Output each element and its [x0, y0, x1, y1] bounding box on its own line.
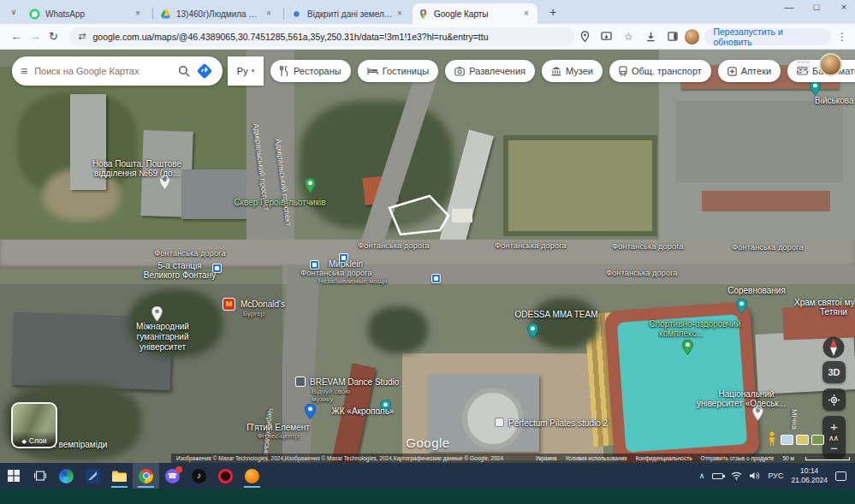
search-input[interactable]: [34, 66, 178, 76]
poi-label-university[interactable]: Міжнародний: [136, 322, 189, 331]
location-icon[interactable]: [574, 31, 595, 42]
wifi-icon[interactable]: [731, 471, 742, 480]
poi-label-skver[interactable]: Сквер Героїв-льотчиків: [234, 198, 325, 207]
map-canvas[interactable]: M Фонтанська дорога Фонтанська дорога Фо…: [0, 50, 855, 463]
poi-label-element[interactable]: П'ятий Елемент: [246, 423, 310, 432]
compass-control[interactable]: [822, 335, 846, 359]
side-panel-icon[interactable]: [662, 32, 683, 41]
mcdonalds-icon[interactable]: M: [223, 298, 235, 311]
site-info-icon[interactable]: ⇄: [78, 31, 86, 42]
tab-search-chevron-icon[interactable]: ∨: [5, 3, 22, 21]
chip-entertainment[interactable]: Развлечения: [445, 60, 535, 82]
poi-label-sorevnovaniya[interactable]: Соревнования: [727, 286, 786, 295]
poi-label-khram[interactable]: Тетяни: [820, 307, 847, 317]
maps-profile-avatar[interactable]: [819, 53, 842, 76]
chip-pharmacies[interactable]: Аптеки: [718, 60, 781, 82]
poi-label-mcdonalds[interactable]: McDonald's: [240, 299, 285, 309]
directions-icon[interactable]: [195, 62, 214, 80]
tray-expand-chevron-icon[interactable]: ∧: [699, 471, 705, 480]
translate-widget[interactable]: Ру ▾: [228, 56, 264, 86]
google-apps-grid-icon[interactable]: [796, 58, 809, 71]
attribution-link-terms[interactable]: Условия использования: [565, 455, 626, 461]
poi-label-brevam[interactable]: BREVAM Dance Studio: [310, 377, 399, 387]
poi-label-national-university[interactable]: Національний: [718, 389, 774, 399]
opera-app-icon[interactable]: [212, 463, 239, 489]
install-app-icon[interactable]: [597, 32, 617, 41]
poi-label-khram[interactable]: Храм святої му: [794, 298, 855, 307]
restart-update-button[interactable]: Перезапустить и обновить: [704, 28, 831, 45]
poi-label-akropol[interactable]: ЖК «Акрополь»: [332, 406, 395, 416]
tab-close-icon[interactable]: ×: [394, 8, 406, 20]
address-bar[interactable]: ⇄ google.com.ua/maps/@46.4389065,30.7451…: [69, 27, 574, 46]
file-explorer-icon[interactable]: [106, 463, 133, 489]
my-location-button[interactable]: [822, 388, 846, 411]
poi-label-sport-complex[interactable]: Спортивно-оздоровчий: [649, 319, 740, 329]
browser-profile-avatar[interactable]: [685, 29, 700, 44]
poi-label-station5[interactable]: 5-а станція: [157, 261, 201, 270]
tab-land-cadastre[interactable]: Відкриті дані земельного кад ×: [286, 3, 411, 24]
downloads-icon[interactable]: [640, 32, 661, 42]
action-center-icon[interactable]: [835, 471, 846, 481]
poi-label-sport-complex[interactable]: комплекс...: [659, 329, 704, 338]
imagery-thumbnails[interactable]: [781, 435, 824, 445]
forward-button[interactable]: →: [26, 30, 45, 43]
viber-app-icon[interactable]: ☎: [159, 463, 186, 489]
poi-pin-teal[interactable]: [810, 80, 821, 96]
park-pin[interactable]: [305, 178, 316, 193]
orange-app-icon[interactable]: [239, 463, 265, 489]
imagery-thumb[interactable]: [781, 435, 793, 445]
chip-restaurants[interactable]: Рестораны: [270, 60, 351, 82]
search-icon[interactable]: [178, 65, 190, 77]
poi-pin-teal[interactable]: [736, 299, 747, 314]
park-pin[interactable]: [682, 340, 693, 355]
navy-app-icon[interactable]: [80, 463, 106, 489]
poi-label-viyskova[interactable]: Військова: [815, 96, 854, 105]
attribution-link-privacy[interactable]: Конфиденциальность: [636, 455, 692, 461]
chip-hotels[interactable]: Гостиницы: [358, 60, 438, 82]
pegman-icon[interactable]: [767, 431, 777, 447]
window-maximize-button[interactable]: □: [810, 2, 822, 12]
chip-transit[interactable]: Общ. транспорт: [609, 60, 711, 82]
tab-google-maps-active[interactable]: Google Карты ×: [413, 3, 537, 24]
edge-app-icon[interactable]: [53, 463, 80, 489]
imagery-thumb[interactable]: [811, 435, 824, 445]
poi-label-nova-poshta[interactable]: відділення №69 (до...: [94, 169, 180, 178]
window-close-button[interactable]: ×: [838, 2, 850, 12]
browser-menu-icon[interactable]: ⋮: [836, 31, 848, 43]
battery-icon[interactable]: [712, 473, 723, 479]
tab-whatsapp[interactable]: WhatsApp ×: [24, 3, 149, 24]
3d-toggle-button[interactable]: 3D: [822, 361, 846, 383]
poi-label-nova-poshta[interactable]: Нова Пошта. Поштове: [92, 159, 181, 169]
poi-label-mirklein[interactable]: Мирklein: [329, 259, 363, 269]
volume-icon[interactable]: [750, 471, 760, 480]
poi-label-university[interactable]: університет: [140, 342, 186, 352]
transit-stop-icon[interactable]: [431, 274, 441, 283]
new-tab-button[interactable]: +: [544, 3, 561, 21]
chrome-app-icon[interactable]: [133, 463, 159, 489]
poi-label-university[interactable]: гуманітарний: [136, 332, 188, 341]
collapse-chevron-icon[interactable]: ∧∧: [828, 434, 838, 442]
attribution-link-feedback[interactable]: Отправить отзыв о продукте: [701, 455, 775, 461]
poi-label-perfectum[interactable]: Perfectum Pilates studio 2: [508, 418, 608, 428]
back-button[interactable]: ←: [7, 30, 26, 43]
caret-down-icon[interactable]: ▾: [252, 68, 255, 74]
poi-label-mma[interactable]: ODESSA MMA TEAM: [514, 310, 597, 319]
start-button[interactable]: [0, 463, 27, 489]
menu-hamburger-icon[interactable]: ≡: [21, 64, 27, 78]
poi-label-station5[interactable]: Великого Фонтану: [144, 270, 216, 280]
fitness-pin-blue[interactable]: [305, 404, 316, 419]
poi-pin-white[interactable]: [151, 306, 163, 322]
poi-pin-teal[interactable]: [527, 323, 538, 339]
taskbar-clock[interactable]: 10:14 21.06.2024: [791, 466, 828, 484]
attribution-link-country[interactable]: Украина: [536, 455, 557, 461]
layers-button[interactable]: ◆Слои: [11, 402, 57, 448]
keyboard-language-indicator[interactable]: РУС: [768, 471, 783, 480]
chip-museums[interactable]: Музеи: [542, 60, 603, 82]
tab-close-icon[interactable]: ×: [263, 8, 275, 20]
window-minimize-button[interactable]: —: [783, 2, 795, 12]
reload-button[interactable]: ↻: [45, 30, 63, 43]
tab-drive-document[interactable]: 13)460г)Людмила Николаевн ×: [155, 3, 280, 24]
poi-label-national-university[interactable]: університет «Одеськ...: [697, 399, 786, 408]
tab-close-icon[interactable]: ×: [132, 8, 144, 20]
task-view-button[interactable]: [27, 463, 53, 489]
